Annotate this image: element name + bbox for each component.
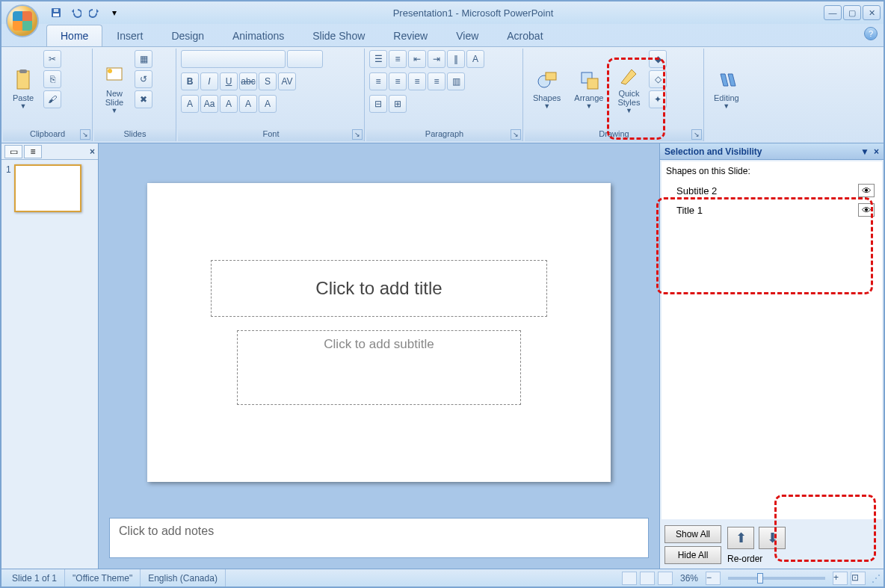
cut-button[interactable]: ✂ [43,50,61,68]
thumb-number: 1 [6,164,11,212]
strike-button[interactable]: abc [239,72,257,90]
font-color-button[interactable]: A [181,95,199,113]
office-button[interactable] [6,4,39,37]
tab-animations[interactable]: Animations [218,25,298,46]
show-all-button[interactable]: Show All [664,525,721,543]
paragraph-launcher[interactable]: ↘ [511,129,521,140]
format-painter-button[interactable]: 🖌 [43,90,61,108]
quick-styles-button[interactable]: Quick Styles ▼ [611,50,646,128]
line-spacing-button[interactable]: ‖ [447,50,465,68]
qat-customize[interactable]: ▾ [106,4,123,21]
char-spacing-button[interactable]: AV [278,72,296,90]
subtitle-placeholder[interactable]: Click to add subtitle [237,330,521,405]
grow-font-button[interactable]: A [220,95,238,113]
shape-fill-button[interactable]: ◆ [649,50,667,68]
shape-effects-button[interactable]: ✦ [649,90,667,108]
underline-button[interactable]: U [220,72,238,90]
shape-outline-button[interactable]: ◇ [649,70,667,88]
convert-smartart-button[interactable]: ⊞ [389,95,407,113]
tab-review[interactable]: Review [379,25,442,46]
help-button[interactable]: ? [864,27,878,40]
thumb-tabs: ▭ ≡ × [1,143,98,160]
justify-button[interactable]: ≡ [428,72,445,90]
zoom-out-button[interactable]: − [706,572,721,585]
shapes-button[interactable]: Shapes ▼ [528,50,566,128]
tab-slideshow[interactable]: Slide Show [298,25,379,46]
slides-tab[interactable]: ▭ [4,145,22,158]
new-slide-button[interactable]: New Slide ▼ [97,50,132,128]
slide-area: Click to add title Click to add subtitle… [99,143,659,569]
slide-thumbnail[interactable]: 1 [6,164,93,212]
notes-pane[interactable]: Click to add notes [109,518,649,558]
undo-button[interactable] [67,4,84,21]
indent-inc-button[interactable]: ⇥ [428,50,445,68]
shape-item[interactable]: Subtitle 2 👁 [666,181,878,200]
sorter-view-button[interactable] [640,572,655,585]
clear-format-button[interactable]: A [259,95,277,113]
svg-rect-8 [546,72,556,80]
slideshow-view-button[interactable] [658,572,673,585]
zoom-slider[interactable] [728,577,825,580]
close-button[interactable]: ✕ [863,5,881,20]
indent-dec-button[interactable]: ⇤ [408,50,426,68]
normal-view-button[interactable] [622,572,637,585]
resize-grip-icon[interactable]: ⋰ [872,573,881,584]
layout-button[interactable]: ▦ [135,50,152,68]
shrink-font-button[interactable]: A [239,95,257,113]
paste-button[interactable]: Paste ▼ [6,50,40,128]
hide-all-button[interactable]: Hide All [664,546,721,564]
shadow-button[interactable]: S [259,72,277,90]
copy-button[interactable]: ⎘ [43,70,61,88]
tab-insert[interactable]: Insert [102,25,157,46]
tab-home[interactable]: Home [46,25,102,46]
text-direction-button[interactable]: A [466,50,484,68]
redo-button[interactable] [87,4,103,21]
drawing-launcher[interactable]: ↘ [691,129,702,140]
columns-button[interactable]: ▥ [447,72,465,90]
task-pane-menu[interactable]: ▼ [860,146,869,157]
quick-access-toolbar: ▾ [48,4,123,21]
align-left-button[interactable]: ≡ [369,72,387,90]
font-family[interactable] [181,50,286,68]
maximize-button[interactable]: ▢ [843,5,861,20]
align-right-button[interactable]: ≡ [408,72,426,90]
zoom-in-button[interactable]: + [833,572,848,585]
clipboard-launcher[interactable]: ↘ [80,129,90,140]
tab-design[interactable]: Design [157,25,218,46]
arrange-button[interactable]: Arrange ▼ [569,50,608,128]
fit-window-button[interactable]: ⊡ [851,572,866,585]
task-pane-close[interactable]: × [874,146,879,157]
reorder-up-button[interactable]: ⬆ [727,527,754,549]
reset-button[interactable]: ↺ [135,70,152,88]
visibility-toggle[interactable]: 👁 [858,184,875,197]
align-text-button[interactable]: ⊟ [369,95,387,113]
thumbnail-list: 1 [1,160,98,217]
slide[interactable]: Click to add title Click to add subtitle [147,183,611,482]
save-button[interactable] [48,4,64,21]
font-size[interactable] [287,50,323,68]
minimize-button[interactable]: — [824,5,842,20]
italic-button[interactable]: I [200,72,218,90]
tab-acrobat[interactable]: Acrobat [493,25,557,46]
selection-pane: Selection and Visibility ▼ × Shapes on t… [659,143,884,569]
align-center-button[interactable]: ≡ [389,72,407,90]
numbering-button[interactable]: ≡ [389,50,407,68]
change-case-button[interactable]: Aa [200,95,218,113]
editing-button[interactable]: Editing ▼ [709,50,744,128]
delete-slide-button[interactable]: ✖ [135,90,152,108]
font-launcher[interactable]: ↘ [352,129,363,140]
thumb-pane-close[interactable]: × [90,146,95,157]
reorder-down-button[interactable]: ⬇ [759,527,786,549]
outline-tab[interactable]: ≡ [24,145,42,158]
svg-rect-2 [54,9,58,12]
task-pane-body: Shapes on this Slide: Subtitle 2 👁 Title… [662,161,882,519]
visibility-toggle[interactable]: 👁 [858,203,875,217]
bullets-button[interactable]: ☰ [369,50,387,68]
tab-view[interactable]: View [442,25,493,46]
shape-item[interactable]: Title 1 👁 [666,200,878,220]
bold-button[interactable]: B [181,72,199,90]
language-indicator[interactable]: English (Canada) [141,569,226,587]
drawing-label: Drawing [599,129,629,138]
title-placeholder[interactable]: Click to add title [211,260,547,317]
window-controls: — ▢ ✕ [824,5,881,20]
